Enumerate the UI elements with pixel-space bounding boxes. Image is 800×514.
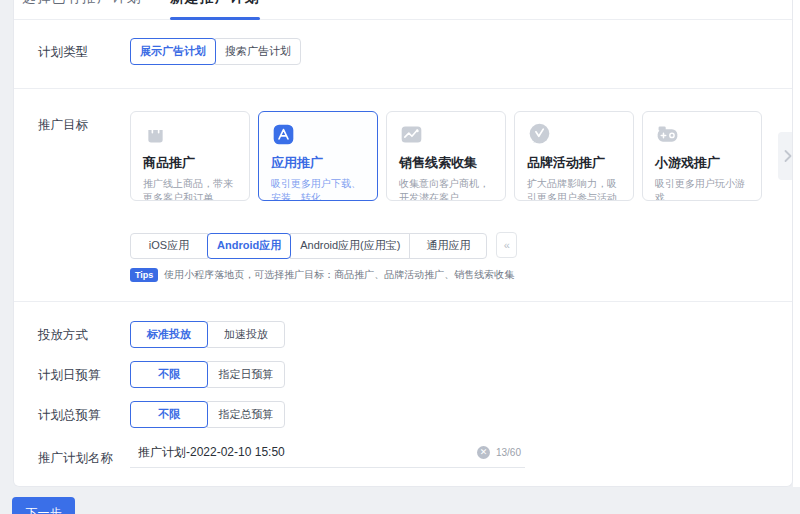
tips-row: Tips 使用小程序落地页，可选择推广目标：商品推广、品牌活动推广、销售线索收集 xyxy=(130,268,793,282)
goal-card-title: 销售线索收集 xyxy=(399,154,493,172)
plan-type-search-ads[interactable]: 搜索广告计划 xyxy=(215,38,301,65)
promotion-goal-content: 商品推广 推广线上商品，带来更多客户和订单 应用推广 吸引更多用户下载、安装、转… xyxy=(130,111,793,282)
campaign-name-row: 推广计划名称 ✕ 13/60 xyxy=(38,444,792,468)
goal-card-product[interactable]: 商品推广 推广线上商品，带来更多客户和订单 xyxy=(130,111,250,201)
goal-card-title: 品牌活动推广 xyxy=(527,154,621,172)
delivery-mode-label: 投放方式 xyxy=(38,321,130,348)
delivery-accelerated[interactable]: 加速投放 xyxy=(207,321,285,348)
app-platform-row: iOS应用 Android应用 Android应用(应用宝) 通用应用 « xyxy=(130,232,793,259)
total-budget-row: 计划总预算 不限 指定总预算 xyxy=(38,401,792,428)
tips-badge: Tips xyxy=(130,268,158,282)
total-budget-specified[interactable]: 指定总预算 xyxy=(207,401,285,428)
goal-card-desc: 吸引更多用户玩小游戏 xyxy=(655,177,749,201)
platform-ios[interactable]: iOS应用 xyxy=(130,233,208,259)
goal-card-title: 应用推广 xyxy=(271,154,365,172)
daily-budget-group: 不限 指定日预算 xyxy=(130,361,285,388)
app-platform-group: iOS应用 Android应用 Android应用(应用宝) 通用应用 xyxy=(130,233,487,259)
total-budget-label: 计划总预算 xyxy=(38,401,130,428)
next-step-button[interactable]: 下一步 xyxy=(12,497,75,514)
goal-card-desc: 吸引更多用户下载、安装、转化 xyxy=(271,177,365,201)
settings-section: 投放方式 标准投放 加速投放 计划日预算 不限 指定日预算 计划总预算 不限 指… xyxy=(14,302,792,468)
goal-card-desc: 扩大品牌影响力，吸引更多用户参与活动 xyxy=(527,177,621,201)
mini-game-icon xyxy=(655,122,680,147)
daily-budget-unlimited[interactable]: 不限 xyxy=(130,361,208,388)
plan-type-section: 计划类型 展示广告计划 搜索广告计划 xyxy=(14,20,792,89)
platform-android-yyb[interactable]: Android应用(应用宝) xyxy=(290,233,410,259)
clear-input-icon[interactable]: ✕ xyxy=(477,446,490,459)
daily-budget-row: 计划日预算 不限 指定日预算 xyxy=(38,361,792,388)
brand-activity-icon xyxy=(527,122,552,147)
tab-select-existing-campaign[interactable]: 选择已有推广计划 xyxy=(22,0,142,8)
goal-card-app[interactable]: 应用推广 吸引更多用户下载、安装、转化 xyxy=(258,111,378,201)
page-background-right xyxy=(793,0,800,487)
promotion-goal-section: 推广目标 商品推广 推广线上商品，带来更多客户和订单 应用推广 xyxy=(14,89,792,302)
goal-card-mini-game[interactable]: 小游戏推广 吸引更多用户玩小游戏 xyxy=(642,111,762,201)
promotion-goal-label: 推广目标 xyxy=(38,111,130,282)
daily-budget-label: 计划日预算 xyxy=(38,361,130,388)
goal-card-sales-leads[interactable]: 销售线索收集 收集意向客户商机，开发潜在客户 xyxy=(386,111,506,201)
shopping-bag-icon xyxy=(143,122,168,147)
campaign-name-input[interactable] xyxy=(138,445,477,459)
delivery-mode-row: 投放方式 标准投放 加速投放 xyxy=(38,321,792,348)
app-store-icon xyxy=(271,122,296,147)
delivery-standard[interactable]: 标准投放 xyxy=(130,321,208,348)
plan-type-label: 计划类型 xyxy=(38,38,130,65)
goal-card-title: 小游戏推广 xyxy=(655,154,749,172)
campaign-name-label: 推广计划名称 xyxy=(38,444,130,468)
collapse-icon: « xyxy=(504,239,510,251)
panel-tabs: 选择已有推广计划 新建推广计划 xyxy=(14,0,792,20)
platform-universal[interactable]: 通用应用 xyxy=(409,233,487,259)
daily-budget-specified[interactable]: 指定日预算 xyxy=(207,361,285,388)
goal-cards-next-button[interactable] xyxy=(778,132,793,180)
sales-leads-icon xyxy=(399,122,424,147)
tips-text: 使用小程序落地页，可选择推广目标：商品推广、品牌活动推广、销售线索收集 xyxy=(164,268,514,282)
platform-collapse-button[interactable]: « xyxy=(496,232,517,258)
goal-card-brand-activity[interactable]: 品牌活动推广 扩大品牌影响力，吸引更多用户参与活动 xyxy=(514,111,634,201)
footer-band xyxy=(0,487,800,514)
goal-card-list: 商品推广 推广线上商品，带来更多客户和订单 应用推广 吸引更多用户下载、安装、转… xyxy=(130,111,793,201)
plan-type-group: 展示广告计划 搜索广告计划 xyxy=(130,38,301,65)
char-counter: 13/60 xyxy=(496,447,521,458)
total-budget-group: 不限 指定总预算 xyxy=(130,401,285,428)
campaign-name-field: ✕ 13/60 xyxy=(130,444,525,468)
tab-new-campaign[interactable]: 新建推广计划 xyxy=(170,0,260,8)
total-budget-unlimited[interactable]: 不限 xyxy=(130,401,208,428)
goal-card-desc: 收集意向客户商机，开发潜在客户 xyxy=(399,177,493,201)
goal-card-title: 商品推广 xyxy=(143,154,237,172)
delivery-mode-group: 标准投放 加速投放 xyxy=(130,321,285,348)
goal-card-desc: 推广线上商品，带来更多客户和订单 xyxy=(143,177,237,201)
chevron-right-icon xyxy=(783,149,793,163)
platform-android[interactable]: Android应用 xyxy=(207,233,291,259)
plan-type-display-ads[interactable]: 展示广告计划 xyxy=(130,38,216,65)
create-campaign-panel: 选择已有推广计划 新建推广计划 计划类型 展示广告计划 搜索广告计划 推广目标 … xyxy=(13,0,793,487)
